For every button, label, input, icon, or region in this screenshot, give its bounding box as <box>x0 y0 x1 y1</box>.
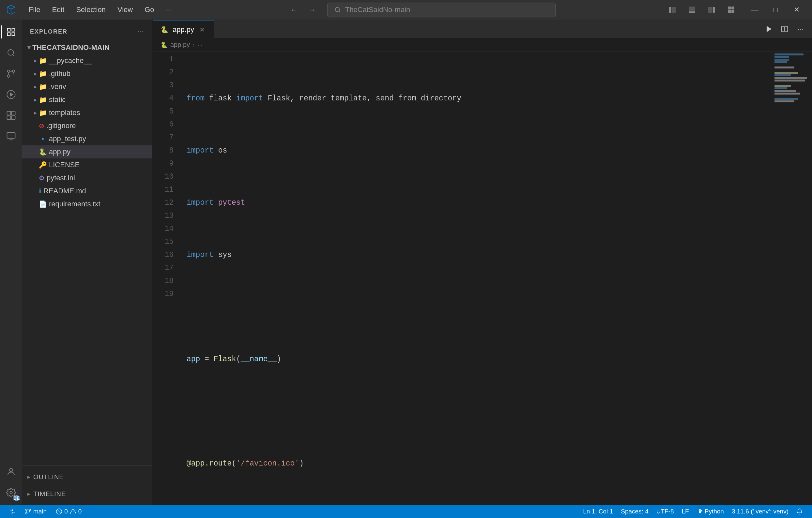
chevron-right-icon: ▸ <box>34 83 37 90</box>
breadcrumb-file[interactable]: app.py <box>170 41 190 49</box>
svg-rect-23 <box>782 26 784 32</box>
command-palette[interactable]: TheCatSaidNo-main <box>327 3 556 17</box>
editor-area: 🐍 app.py ✕ ··· 🐍 ap <box>153 20 812 505</box>
file-gitignore[interactable]: ▸ ⊘ .gitignore <box>22 119 152 132</box>
activity-source-control[interactable] <box>1 64 21 84</box>
minimize-button[interactable]: — <box>745 0 765 20</box>
sidebar-title: EXPLORER <box>30 28 67 35</box>
svg-point-12 <box>7 75 10 78</box>
chevron-down-icon: ▾ <box>27 44 30 51</box>
run-button[interactable] <box>762 23 776 35</box>
ini-icon: ⚙ <box>39 174 45 182</box>
svg-rect-7 <box>728 6 731 9</box>
code-editor[interactable]: 1 2 3 4 5 6 7 8 9 10 11 12 13 14 15 16 1… <box>153 52 812 505</box>
timeline-section[interactable]: ▸ TIMELINE <box>22 485 152 502</box>
python-interpreter[interactable]: 3.11.6 ('.venv': venv) <box>728 505 792 518</box>
license-icon: 🔑 <box>39 161 47 169</box>
breadcrumb-more[interactable]: ··· <box>197 41 203 49</box>
branch-status[interactable]: main <box>21 505 51 518</box>
file-readme-label: README.md <box>44 187 86 195</box>
txt-icon: 📄 <box>39 200 47 208</box>
code-line-8: @app.route('/favicon.ico') <box>186 457 773 470</box>
activity-extensions[interactable] <box>1 105 21 125</box>
tab-close-button[interactable]: ✕ <box>198 25 206 34</box>
layout-options-button[interactable] <box>724 3 738 17</box>
folder-github[interactable]: ▸ 📁 .github <box>22 67 152 80</box>
sidebar-more-button[interactable]: ··· <box>136 26 145 37</box>
folder-static[interactable]: ▸ 📁 static <box>22 93 152 106</box>
file-tree: ▾ THECATSAIDNO-MAIN ▸ 📁 __pycache__ ▸ 📁 … <box>22 41 152 465</box>
menu-go[interactable]: Go <box>139 4 159 15</box>
window-controls: — □ ✕ <box>745 0 807 20</box>
svg-point-21 <box>10 491 12 494</box>
cursor-position[interactable]: Ln 1, Col 1 <box>579 505 617 518</box>
menu-more[interactable]: ··· <box>161 4 177 15</box>
language-text: Python <box>705 508 724 515</box>
outline-chevron-icon: ▸ <box>27 473 31 481</box>
activity-search[interactable] <box>1 43 21 63</box>
tab-app-py[interactable]: 🐍 app.py ✕ <box>153 21 214 38</box>
menu-file[interactable]: File <box>24 4 45 15</box>
chevron-right-icon: ▸ <box>34 109 37 116</box>
python-file-icon: 🔹 <box>39 135 47 143</box>
toggle-sidebar-button[interactable] <box>665 3 679 17</box>
error-status[interactable]: 0 0 <box>52 505 85 518</box>
activity-run-debug[interactable] <box>1 85 21 104</box>
menu-view[interactable]: View <box>112 4 138 15</box>
folder-pycache[interactable]: ▸ 📁 __pycache__ <box>22 54 152 67</box>
close-button[interactable]: ✕ <box>787 0 807 20</box>
line-ending-status[interactable]: LF <box>678 505 693 518</box>
folder-templates-label: templates <box>49 109 80 117</box>
menu-edit[interactable]: Edit <box>47 4 69 15</box>
code-line-2: import os <box>186 144 773 157</box>
menu-selection[interactable]: Selection <box>71 4 111 15</box>
activity-bar: DE <box>0 20 22 505</box>
file-license[interactable]: ▸ 🔑 LICENSE <box>22 158 152 172</box>
activity-remote[interactable] <box>1 126 21 146</box>
toggle-right-panel-button[interactable] <box>704 3 719 17</box>
svg-point-25 <box>26 513 27 514</box>
nav-forward-button[interactable]: → <box>305 3 319 17</box>
file-pytest-ini[interactable]: ▸ ⚙ pytest.ini <box>22 172 152 184</box>
svg-point-11 <box>8 50 14 55</box>
maximize-button[interactable]: □ <box>766 0 786 20</box>
notifications-button[interactable] <box>792 505 807 518</box>
root-folder[interactable]: ▾ THECATSAIDNO-MAIN <box>22 41 152 54</box>
status-bar: main 0 0 Ln 1, Col 1 Spaces: 4 UTF-8 LF … <box>0 505 812 518</box>
remote-status[interactable] <box>5 505 20 518</box>
folder-icon: 📁 <box>39 57 47 65</box>
toggle-panel-button[interactable] <box>685 3 699 17</box>
app-icon <box>5 4 17 16</box>
encoding-status[interactable]: UTF-8 <box>652 505 678 518</box>
tab-bar-actions: ··· <box>762 23 812 38</box>
file-readme[interactable]: ▸ ℹ README.md <box>22 184 152 197</box>
activity-settings[interactable]: DE <box>1 483 21 502</box>
file-app-test[interactable]: ▸ 🔹 app_test.py <box>22 132 152 145</box>
folder-github-label: .github <box>49 69 70 78</box>
breadcrumb: 🐍 app.py › ··· <box>153 38 812 52</box>
outline-section[interactable]: ▸ OUTLINE <box>22 468 152 485</box>
code-content[interactable]: from flask import Flask, render_template… <box>179 52 773 505</box>
code-line-4: import sys <box>186 248 773 262</box>
svg-rect-1 <box>669 7 671 13</box>
split-editor-button[interactable] <box>778 23 791 35</box>
folder-venv[interactable]: ▸ 📁 .venv <box>22 80 152 93</box>
tab-label: app.py <box>173 25 194 34</box>
activity-account[interactable] <box>1 462 21 482</box>
svg-point-20 <box>9 468 13 472</box>
folder-templates[interactable]: ▸ 📁 templates <box>22 106 152 119</box>
file-requirements[interactable]: ▸ 📄 requirements.txt <box>22 197 152 211</box>
folder-icon: 📁 <box>39 109 47 117</box>
md-icon: ℹ <box>39 187 41 195</box>
search-area: ← → TheCatSaidNo-main <box>184 3 659 17</box>
file-app-py[interactable]: ▸ 🐍 app.py <box>22 145 152 158</box>
svg-rect-6 <box>713 7 715 13</box>
folder-icon: 📁 <box>39 70 47 78</box>
nav-back-button[interactable]: ← <box>287 3 301 17</box>
activity-explorer[interactable] <box>1 22 21 42</box>
svg-rect-15 <box>7 112 10 115</box>
tab-file-icon: 🐍 <box>161 26 169 34</box>
more-actions-button[interactable]: ··· <box>794 23 807 35</box>
language-mode[interactable]: Python <box>693 505 728 518</box>
indentation[interactable]: Spaces: 4 <box>617 505 652 518</box>
